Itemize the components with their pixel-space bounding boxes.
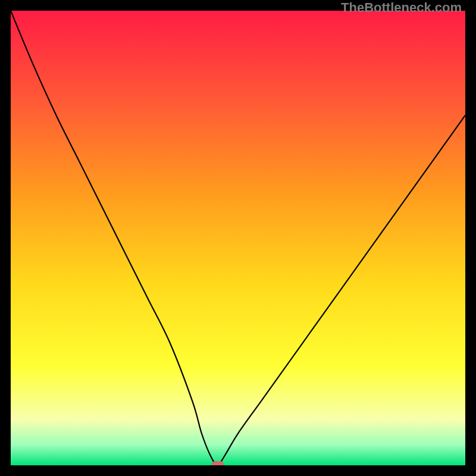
plot-area [11, 11, 465, 465]
bottleneck-chart [11, 11, 465, 465]
chart-frame [11, 11, 465, 465]
watermark-text: TheBottleneck.com [341, 0, 462, 15]
gradient-background [11, 11, 465, 465]
optimal-point-marker [211, 461, 224, 465]
